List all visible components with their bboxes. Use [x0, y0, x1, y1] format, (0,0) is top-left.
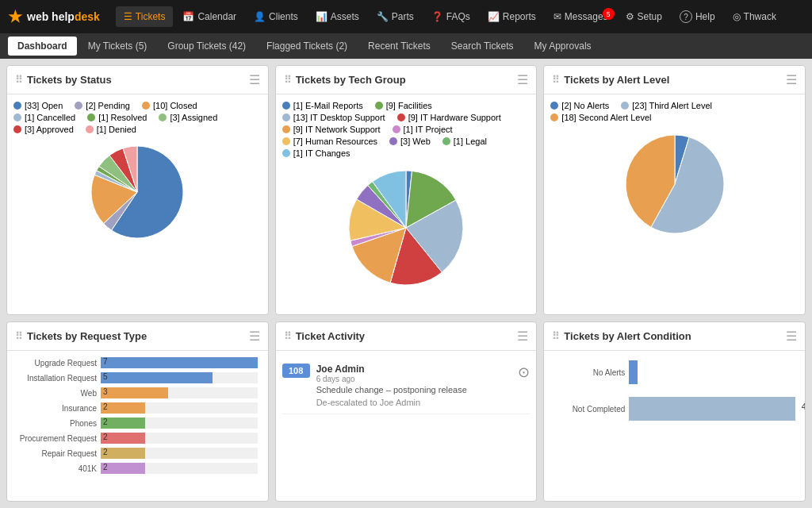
nav-messages[interactable]: ✉ Messages 5: [546, 6, 616, 27]
nav-tickets[interactable]: ☰ Tickets: [116, 6, 174, 27]
nav-faqs-label: FAQs: [446, 11, 470, 22]
bar-value: 2: [103, 448, 108, 456]
legend-item: [1] Denied: [86, 125, 136, 134]
nav-faqs[interactable]: ❓ FAQs: [423, 6, 478, 27]
nav-setup[interactable]: ⚙ Setup: [618, 6, 670, 27]
status-card-menu[interactable]: ☰: [249, 72, 260, 87]
condition-card-menu[interactable]: ☰: [786, 329, 797, 344]
bar-value: 2: [103, 433, 108, 441]
subnav-my-approvals[interactable]: My Approvals: [525, 37, 601, 56]
nav-reports[interactable]: 📈 Reports: [480, 6, 544, 27]
activity-card-body: 108 Joe Admin 6 days ago Schedule change…: [276, 351, 537, 501]
bar-track: 2: [101, 402, 258, 414]
subnav-my-tickets[interactable]: My Tickets (5): [79, 37, 157, 56]
legend-item: [9] Facilities: [375, 101, 432, 110]
hbar-label: No Alerts: [553, 368, 625, 377]
bar-row: Web 3: [17, 387, 258, 398]
setup-icon: ⚙: [626, 11, 634, 22]
legend-item: [9] IT Hardware Support: [397, 113, 501, 122]
alert-card-header: ⠿ Tickets by Alert Level ☰: [544, 66, 805, 94]
legend-item: [2] Pending: [75, 101, 130, 110]
tech-card-menu[interactable]: ☰: [517, 72, 528, 87]
nav-parts[interactable]: 🔧 Parts: [369, 6, 422, 27]
main-content: ⠿ Tickets by Status ☰ [33] Open[2] Pendi…: [0, 59, 812, 508]
subnav-dashboard[interactable]: Dashboard: [8, 37, 77, 56]
subnav-group-tickets[interactable]: Group Tickets (42): [158, 37, 255, 56]
activity-card: ⠿ Ticket Activity ☰ 108 Joe Admin 6 days…: [275, 321, 538, 502]
expand-arrow-icon[interactable]: ⊙: [518, 364, 530, 381]
bar-value: 5: [103, 372, 108, 381]
condition-bar-chart: No Alerts 2 Not Completed 41: [550, 357, 799, 437]
request-card-body: Upgrade Request 7 Installation Request 5…: [7, 351, 268, 501]
tickets-icon: ☰: [124, 11, 132, 22]
hbar-value: 41: [802, 402, 805, 411]
drag-handle-icon: ⠿: [15, 74, 23, 86]
nav-setup-label: Setup: [638, 11, 662, 22]
bar-value: 7: [103, 357, 108, 366]
legend-item: [1] Legal: [442, 137, 487, 146]
legend-item: [3] Web: [389, 137, 431, 146]
hbar-label: Not Completed: [553, 405, 625, 414]
bar-label: Phones: [17, 419, 97, 428]
assets-icon: 📊: [316, 11, 327, 22]
activity-time: 6 days ago: [316, 375, 512, 383]
status-card-header: ⠿ Tickets by Status ☰: [7, 66, 268, 94]
status-legend: [33] Open[2] Pending[10] Closed[1] Cance…: [13, 101, 262, 134]
condition-card: ⠿ Tickets by Alert Condition ☰ No Alerts…: [543, 321, 806, 502]
tech-legend: [1] E-Mail Reports[9] Facilities[13] IT …: [282, 101, 530, 158]
drag-handle-icon: ⠿: [552, 330, 560, 342]
bar-row: Upgrade Request 7: [17, 357, 258, 368]
request-bar-chart: Upgrade Request 7 Installation Request 5…: [13, 357, 262, 474]
nav-assets-label: Assets: [331, 11, 359, 22]
drag-handle-icon: ⠿: [15, 330, 23, 342]
activity-ticket-num[interactable]: 108: [282, 364, 310, 378]
clients-icon: 👤: [254, 11, 266, 22]
bar-track: 2: [101, 463, 258, 474]
drag-handle-icon: ⠿: [552, 74, 560, 86]
bar-row: 401K 2: [17, 463, 258, 474]
bar-row: Procurement Request 2: [17, 433, 258, 444]
status-card-title: ⠿ Tickets by Status: [15, 74, 112, 86]
nav-reports-label: Reports: [503, 11, 536, 22]
nav-thwack[interactable]: ◎ Thwack: [725, 6, 784, 27]
main-nav: ☰ Tickets 📅 Calendar 👤 Clients 📊 Assets …: [116, 6, 784, 28]
legend-item: [13] IT Desktop Support: [282, 113, 385, 122]
status-card-body: [33] Open[2] Pending[10] Closed[1] Cance…: [7, 94, 268, 314]
subnav-search-tickets[interactable]: Search Tickets: [442, 37, 523, 56]
bar-label: Web: [17, 389, 97, 398]
nav-help[interactable]: ? Help: [672, 6, 723, 28]
nav-clients[interactable]: 👤 Clients: [246, 6, 306, 27]
nav-calendar[interactable]: 📅 Calendar: [174, 6, 244, 27]
bar-row: Installation Request 5: [17, 372, 258, 383]
alert-card-menu[interactable]: ☰: [786, 72, 797, 87]
condition-card-body: No Alerts 2 Not Completed 41: [544, 351, 805, 501]
activity-card-title: ⠿ Ticket Activity: [284, 330, 365, 342]
logo-text: web helpdesk: [27, 10, 100, 23]
faqs-icon: ❓: [431, 11, 443, 22]
bar-track: 7: [101, 357, 258, 368]
alert-card: ⠿ Tickets by Alert Level ☰ [2] No Alerts…: [543, 65, 806, 315]
request-card: ⠿ Tickets by Request Type ☰ Upgrade Requ…: [6, 321, 269, 502]
bar-fill: [101, 357, 258, 368]
parts-icon: 🔧: [377, 11, 389, 22]
legend-item: [18] Second Alert Level: [550, 113, 651, 122]
tech-card-title: ⠿ Tickets by Tech Group: [284, 74, 406, 86]
bar-label: Upgrade Request: [17, 359, 97, 368]
bar-fill: [101, 372, 213, 383]
activity-card-menu[interactable]: ☰: [517, 329, 528, 344]
bar-label: Procurement Request: [17, 434, 97, 443]
calendar-icon: 📅: [182, 11, 194, 22]
logo[interactable]: ★ web helpdesk: [8, 7, 100, 26]
sub-nav: Dashboard My Tickets (5) Group Tickets (…: [0, 33, 812, 59]
bar-value: 2: [103, 418, 108, 426]
subnav-flagged-tickets[interactable]: Flagged Tickets (2): [257, 37, 357, 56]
request-card-menu[interactable]: ☰: [249, 329, 260, 344]
nav-assets[interactable]: 📊 Assets: [308, 6, 367, 27]
top-bar: ★ web helpdesk ☰ Tickets 📅 Calendar 👤 Cl…: [0, 0, 812, 33]
bar-row: Insurance 2: [17, 402, 258, 414]
bar-label: Insurance: [17, 404, 97, 413]
bar-row: Repair Request 2: [17, 448, 258, 459]
legend-item: [1] E-Mail Reports: [282, 101, 363, 110]
legend-item: [10] Closed: [142, 101, 197, 110]
subnav-recent-tickets[interactable]: Recent Tickets: [358, 37, 440, 56]
